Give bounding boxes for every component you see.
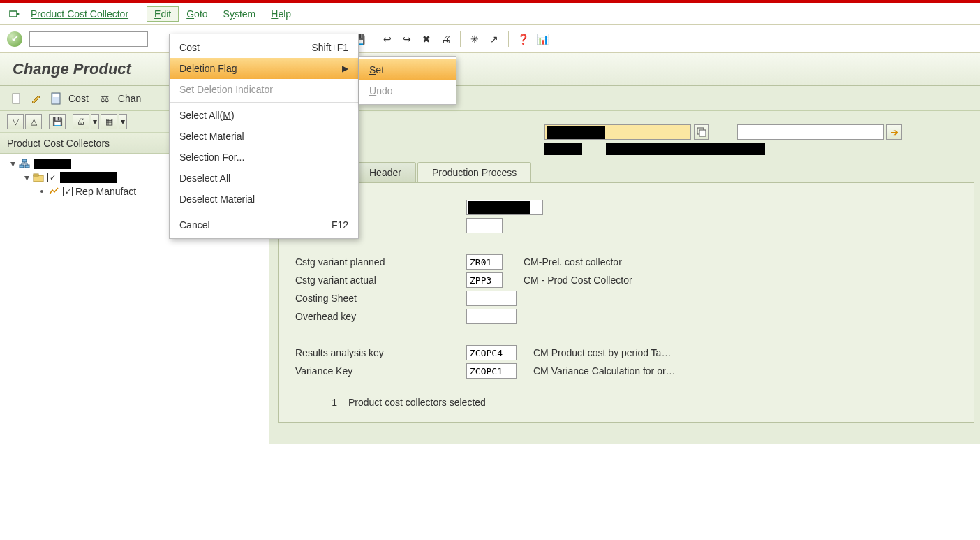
redacted-text: [544, 143, 582, 155]
cancel-icon[interactable]: ✖: [420, 32, 433, 46]
cstg-actual-label: Cstg variant actual: [295, 275, 466, 286]
help-icon[interactable]: ❓: [516, 32, 530, 46]
menubar-help[interactable]: Help: [263, 6, 299, 22]
grid-icon[interactable]: ▦: [101, 114, 117, 129]
new-document-icon[interactable]: [10, 92, 24, 105]
menu-item-cost[interactable]: Cost Shift+F1: [170, 37, 358, 58]
cstg-actual-input[interactable]: [466, 272, 503, 288]
material-checkbox[interactable]: ✓: [47, 173, 57, 182]
profit-center-input[interactable]: [466, 200, 543, 215]
svg-rect-6: [25, 165, 29, 168]
menubar-edit[interactable]: Edit: [147, 6, 179, 22]
svg-rect-3: [53, 94, 59, 97]
cstg-planned-desc: CM-Prel. cost collector: [524, 256, 622, 268]
enter-check-icon[interactable]: ✔: [7, 31, 22, 47]
menu-dropdown-icon[interactable]: [8, 8, 21, 20]
separator-icon: [460, 31, 461, 47]
change-button[interactable]: ⚖ Chan: [98, 92, 141, 105]
process-icon: [47, 186, 60, 197]
business-area-input[interactable]: [466, 218, 503, 233]
submenu-item-undo: Undo: [359, 80, 456, 101]
back-icon[interactable]: ↩: [380, 32, 394, 46]
cstg-planned-label: Cstg variant planned: [295, 256, 466, 268]
print-tree-icon[interactable]: 🖨: [73, 114, 89, 129]
right-panel: ➔ Header Production Process Profit Cente…: [272, 111, 980, 444]
menu-item-selection-for[interactable]: Selection For...: [170, 147, 358, 168]
variance-key-desc: CM Variance Calculation for or…: [533, 365, 676, 377]
menu-item-set-deletion-indicator: Set Deletion Indicator: [170, 79, 358, 100]
plant-hierarchy-icon: [18, 158, 31, 169]
edit-pencil-icon[interactable]: [29, 92, 43, 105]
arrow-right-icon: ➔: [891, 127, 898, 138]
expand-all-icon[interactable]: ▽: [7, 114, 24, 129]
session-icon[interactable]: ↗: [487, 32, 501, 46]
menu-item-deselect-all[interactable]: Deselect All: [170, 168, 358, 189]
menubar-system[interactable]: System: [216, 6, 264, 22]
tabs: Header Production Process: [272, 162, 980, 182]
page-title: Change Product: [13, 60, 131, 78]
leaf-checkbox[interactable]: ✓: [63, 187, 73, 196]
tab-production-process[interactable]: Production Process: [417, 162, 531, 182]
description-input[interactable]: [737, 124, 884, 140]
grid-dropdown-icon[interactable]: ▾: [119, 114, 127, 129]
svg-rect-8: [34, 174, 38, 176]
menubar: Product Cost Collector Edit Goto System …: [0, 3, 980, 25]
layout-icon[interactable]: 📊: [535, 32, 549, 46]
ra-key-desc: CM Product cost by period Ta…: [533, 347, 671, 358]
command-field[interactable]: [29, 31, 148, 47]
calculator-icon: [49, 92, 63, 105]
status-row: 1 Product cost collectors selected: [295, 397, 957, 408]
business-area-row: Business Area: [295, 218, 957, 233]
menu-item-deletion-flag[interactable]: Deletion Flag ▶: [170, 58, 358, 79]
ra-key-row: Results analysis key CM Product cost by …: [295, 345, 957, 360]
save-layout-icon[interactable]: 💾: [49, 114, 66, 129]
menu-item-select-material[interactable]: Select Material: [170, 126, 358, 147]
cstg-planned-input[interactable]: [466, 254, 503, 270]
ra-key-input[interactable]: [466, 345, 517, 360]
svg-rect-4: [22, 159, 27, 162]
menu-shortcut: F12: [332, 219, 348, 231]
menu-item-deselect-material[interactable]: Deselect Material: [170, 189, 358, 210]
costing-sheet-row: Costing Sheet: [295, 291, 957, 306]
collapse-toggle-icon[interactable]: ▾: [8, 158, 17, 169]
search-help-icon[interactable]: [694, 124, 709, 140]
separator-icon: [508, 31, 509, 47]
menu-item-select-all[interactable]: Select All(M): [170, 105, 358, 126]
menubar-goto[interactable]: Goto: [179, 6, 215, 22]
menu-separator: [170, 102, 358, 103]
submenu-arrow-icon: ▶: [342, 64, 348, 73]
tab-header[interactable]: Header: [355, 162, 416, 182]
overhead-key-input[interactable]: [466, 309, 517, 324]
collapse-all-icon[interactable]: △: [25, 114, 42, 129]
svg-rect-0: [10, 11, 17, 17]
svg-rect-5: [20, 165, 24, 168]
exit-icon[interactable]: ↪: [400, 32, 414, 46]
cost-button[interactable]: Cost: [49, 92, 89, 105]
menubar-app-title[interactable]: Product Cost Collector: [31, 8, 128, 20]
redacted-text: [547, 126, 605, 139]
tree-leaf-label: Rep Manufact: [75, 186, 136, 197]
variance-key-input[interactable]: [466, 363, 517, 379]
menu-item-cancel[interactable]: Cancel F12: [170, 214, 358, 235]
costing-sheet-input[interactable]: [466, 291, 517, 306]
print-icon[interactable]: 🖨: [439, 32, 453, 46]
standard-toolbar: ✔ 💾 💾 ↩ ↪ ✖ 🖨 ✳ ↗ ❓ 📊: [0, 25, 980, 53]
continue-arrow-button[interactable]: ➔: [886, 124, 902, 140]
print-dropdown-icon[interactable]: ▾: [91, 114, 99, 129]
profit-center-row: Profit Center: [295, 200, 957, 215]
cstg-planned-row: Cstg variant planned CM-Prel. cost colle…: [295, 254, 957, 270]
menu-shortcut: Shift+F1: [311, 42, 348, 53]
overhead-key-label: Overhead key: [295, 311, 466, 322]
collapse-toggle-icon[interactable]: ▾: [22, 172, 31, 183]
ra-key-label: Results analysis key: [295, 347, 466, 358]
svg-rect-10: [699, 130, 706, 136]
submenu-item-set[interactable]: Set: [359, 59, 456, 80]
header-band: ➔: [272, 117, 980, 162]
cost-button-label: Cost: [68, 93, 89, 104]
material-input[interactable]: [544, 124, 691, 140]
menu-separator: [170, 212, 358, 212]
status-count: 1: [295, 397, 337, 408]
header-top-toolbar: [272, 111, 980, 117]
find-icon[interactable]: ✳: [468, 32, 482, 46]
cstg-actual-row: Cstg variant actual CM - Prod Cost Colle…: [295, 272, 957, 288]
